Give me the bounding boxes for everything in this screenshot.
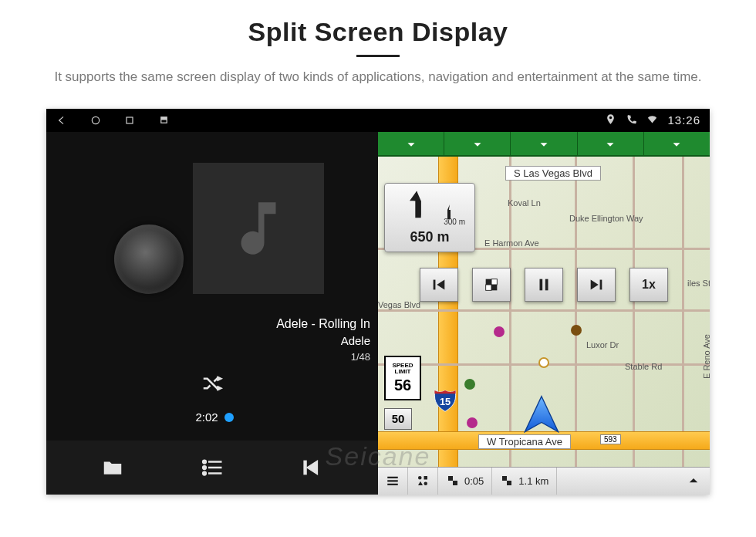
svg-rect-11 [434,279,436,289]
svg-rect-13 [491,285,497,290]
elapsed-time: 2:02 [195,410,218,424]
route-progress-label: 50 [384,408,412,430]
svg-rect-22 [387,484,398,485]
folder-button[interactable] [97,452,128,483]
track-title: Adele - Rolling In [276,316,370,333]
map-speed-button[interactable]: 1x [629,268,668,302]
svg-rect-10 [304,461,306,475]
music-note-icon [224,194,293,263]
map-pause-button[interactable] [525,268,563,302]
wifi-icon [646,113,658,127]
svg-rect-27 [453,481,457,485]
status-clock: 13:26 [667,113,700,127]
street-label: W Tropicana Ave [478,434,571,449]
svg-rect-20 [387,477,398,478]
svg-rect-28 [502,476,507,481]
status-bar: 13:26 [46,109,710,132]
page-subtitle: It supports the same screen display of t… [54,68,701,87]
address-number: 593 [600,434,621,444]
position-marker-icon [521,394,562,436]
speed-limit-value: 56 [394,377,411,393]
svg-rect-14 [491,279,497,284]
svg-point-7 [203,460,206,463]
svg-rect-21 [387,480,398,481]
svg-rect-3 [161,120,166,123]
turn-instruction: 300 m 650 m [384,183,475,252]
svg-rect-12 [486,279,491,284]
device-screen: 13:26 Adele - Rolling In Adele 1/48 [46,109,710,495]
road [633,157,635,467]
street-label: Stable Rd [625,362,662,371]
back-icon[interactable] [56,114,68,127]
lane-arrow [578,132,644,155]
turn-left-icon [401,187,435,221]
navigation-app: S Las Vegas Blvd Koval Ln Duke Ellington… [378,132,710,495]
map-distance: 1.1 km [492,468,557,495]
svg-rect-18 [600,279,602,289]
svg-point-23 [418,476,422,480]
road [378,309,710,312]
speed-limit-sign: SPEED LIMIT 56 [384,356,421,400]
road [682,157,684,467]
next-turn-distance: 300 m [444,218,465,226]
recent-apps-icon[interactable] [123,114,136,127]
music-bottom-bar [46,441,378,495]
svg-rect-15 [486,285,491,290]
phone-icon [626,113,637,127]
street-label: Koval Ln [508,198,541,208]
svg-rect-16 [540,279,543,290]
turn-distance: 650 m [410,229,449,245]
svg-rect-17 [545,279,548,290]
interstate-shield: 15 [432,387,458,413]
svg-rect-26 [448,476,453,481]
map-prev-button[interactable] [420,268,458,302]
speed-limit-label: LIMIT [395,369,411,375]
street-label: Luxor Dr [586,340,619,350]
street-label: E Harmon Ave [484,238,539,248]
track-counter: 1/48 [276,350,370,364]
dest-flag-icon [446,474,460,488]
title-underline [356,55,400,57]
lane-arrow [378,132,444,155]
map-eta: 0:05 [438,468,492,495]
dest-flag-icon [500,474,514,488]
map-destination-button[interactable] [472,268,511,302]
svg-point-0 [92,117,99,123]
map-next-button[interactable] [577,268,616,302]
lane-arrow [511,132,577,155]
street-label: Duke Ellington Way [569,214,643,223]
svg-point-25 [424,482,428,486]
track-artist: Adele [276,333,370,349]
volume-knob[interactable] [114,225,184,294]
svg-text:15: 15 [440,395,451,407]
music-app: Adele - Rolling In Adele 1/48 2:02 [46,132,378,495]
map-playback-controls: 1x [420,268,668,302]
screenshot-icon[interactable] [157,114,170,127]
street-label: S Las Vegas Blvd [505,166,601,181]
map-expand-button[interactable] [677,468,710,495]
street-label: Vegas Blvd [378,300,420,309]
lane-arrow [444,132,511,155]
album-art [193,163,324,294]
street-label: iles St [687,279,710,288]
svg-point-9 [203,471,206,475]
location-icon [605,113,616,127]
chevron-up-icon [687,474,700,488]
map-lane-bar [378,132,710,157]
street-label: E Reno Ave [702,334,710,379]
map-menu-button[interactable] [378,468,408,495]
lane-arrow [644,132,710,155]
svg-point-8 [203,466,206,469]
previous-button[interactable] [296,452,327,483]
home-icon[interactable] [89,114,102,127]
page-title: Split Screen Display [248,17,508,47]
shuffle-icon[interactable] [201,372,224,398]
playlist-button[interactable] [197,452,228,483]
svg-rect-1 [127,117,133,123]
svg-rect-29 [507,481,511,485]
map-bottom-bar: 0:05 1.1 km [378,467,710,495]
road [575,157,577,467]
svg-rect-24 [424,476,428,480]
map-icons-button[interactable] [408,468,438,495]
